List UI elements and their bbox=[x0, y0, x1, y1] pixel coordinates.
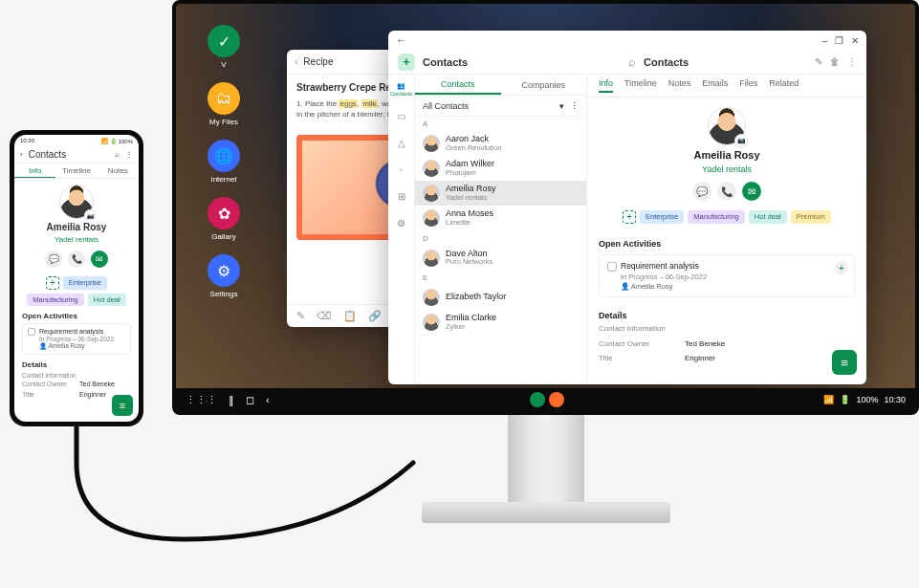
tag[interactable]: + bbox=[623, 210, 636, 224]
detail-value: Enginner bbox=[685, 354, 715, 362]
contact-name: Elizabeth Taylor bbox=[446, 293, 506, 302]
contact-company: Photojam bbox=[446, 169, 494, 177]
tag[interactable]: Enterprise bbox=[63, 276, 107, 290]
contact-company[interactable]: Yadel rentals bbox=[55, 235, 98, 244]
contacts-body: 👥Contacts▭△▫⊞⚙ ContactsCompanies All Con… bbox=[388, 75, 866, 384]
checkbox[interactable] bbox=[607, 262, 617, 272]
tag[interactable]: Hot deal bbox=[749, 210, 787, 224]
camera-icon[interactable]: 📷 bbox=[734, 134, 748, 147]
monitor: ✓V🗂My Files🌐Internet✿Gallary⚙Settings ‹ … bbox=[172, 0, 919, 459]
window-control-button[interactable]: – bbox=[821, 35, 827, 46]
action-icons: 💬📞✉ bbox=[45, 250, 108, 268]
camera-icon[interactable]: 📷 bbox=[84, 209, 96, 221]
desktop-icon[interactable]: ✿Gallary bbox=[195, 197, 252, 241]
activity-card[interactable]: Requirement analysis In Progress – 06-Se… bbox=[22, 323, 131, 355]
toolbar-icon[interactable]: ⌫ bbox=[317, 310, 332, 322]
tag[interactable]: Premium bbox=[791, 210, 831, 224]
section-letter: D bbox=[415, 231, 586, 246]
tag[interactable]: Hot deal bbox=[88, 294, 126, 306]
detail-tab[interactable]: Emails bbox=[702, 78, 728, 93]
tag[interactable]: Enterprise bbox=[640, 210, 684, 224]
contact-row[interactable]: Elizabeth Taylor bbox=[415, 285, 586, 310]
action-icon[interactable]: 💬 bbox=[45, 250, 62, 268]
rail-item[interactable]: ⚙ bbox=[393, 214, 410, 231]
activity-title: Requirement analysis bbox=[621, 261, 699, 271]
toolbar-icon[interactable]: 🔗 bbox=[368, 310, 382, 322]
caret-down-icon[interactable]: ▾ bbox=[559, 101, 564, 111]
detail-tab[interactable]: Related bbox=[769, 78, 799, 93]
taskbar-right: 📶 🔋 100% 10:30 bbox=[823, 395, 906, 404]
contact-name: Ameilia Rosy bbox=[693, 149, 759, 161]
status-right: 📶 🔋 100% bbox=[101, 138, 133, 144]
tag[interactable]: + bbox=[46, 276, 59, 290]
contact-company[interactable]: Yadel rentals bbox=[702, 164, 752, 174]
back-icon[interactable]: ← bbox=[396, 33, 407, 47]
header-action-icon[interactable]: ✎ bbox=[815, 56, 822, 67]
desktop-icon[interactable]: ⚙Settings bbox=[195, 254, 252, 298]
back-icon[interactable]: ‹ bbox=[20, 150, 23, 159]
desktop-icon[interactable]: ✓V bbox=[195, 25, 252, 69]
contact-row[interactable]: Adam WilkerPhotojam bbox=[415, 156, 586, 181]
action-icon[interactable]: 📞 bbox=[717, 182, 736, 201]
more-icon[interactable]: ⋮ bbox=[570, 101, 579, 111]
contact-company: Zylker bbox=[446, 323, 496, 331]
desktop-icon[interactable]: 🌐Internet bbox=[195, 140, 252, 184]
contact-row[interactable]: Dave AltonPuro Networks bbox=[415, 246, 586, 271]
taskbar-button[interactable]: ⋮⋮⋮ bbox=[186, 394, 217, 406]
window-controls: –❐✕ bbox=[821, 35, 859, 46]
add-activity-button[interactable]: + bbox=[835, 261, 848, 274]
detail-tab[interactable]: Files bbox=[739, 78, 757, 93]
rail-item[interactable]: ▭ bbox=[393, 107, 410, 124]
header-left-title: Contacts bbox=[423, 56, 468, 68]
detail-key: Contact Owner bbox=[22, 381, 79, 387]
back-icon[interactable]: ‹ bbox=[295, 56, 297, 67]
battery-icon: 🔋 bbox=[840, 395, 850, 404]
action-icon[interactable]: 💬 bbox=[692, 182, 711, 201]
detail-tab[interactable]: Timeline bbox=[624, 78, 657, 93]
action-icon[interactable]: ✉ bbox=[91, 250, 108, 268]
list-tab[interactable]: Contacts bbox=[415, 75, 501, 95]
header-action-icon[interactable]: 🗑 bbox=[830, 56, 840, 67]
list-tab[interactable]: Companies bbox=[501, 75, 587, 95]
desktop-icon[interactable]: 🗂My Files bbox=[195, 82, 252, 126]
taskbar-app-icon[interactable] bbox=[549, 392, 564, 407]
activity-card[interactable]: + Requirement analysis In Progress – 06-… bbox=[599, 254, 855, 297]
search-icon[interactable]: ⌕ bbox=[115, 150, 120, 159]
rail-item[interactable]: ⊞ bbox=[393, 187, 410, 205]
details-header: Details bbox=[587, 305, 866, 324]
phone-tab[interactable]: Notes bbox=[98, 163, 139, 178]
activity-title: Requirement analysis bbox=[39, 328, 103, 335]
detail-tab[interactable]: Notes bbox=[668, 78, 691, 93]
window-control-button[interactable]: ✕ bbox=[851, 35, 859, 46]
rail-item[interactable]: 👥Contacts bbox=[393, 80, 410, 98]
contact-row[interactable]: Anna MosesLimelite bbox=[415, 206, 586, 230]
app-label: Settings bbox=[210, 290, 238, 298]
phone-tab[interactable]: Info bbox=[14, 163, 55, 178]
tag[interactable]: Manufacturing bbox=[688, 210, 745, 224]
rail-item[interactable]: △ bbox=[393, 134, 410, 151]
phone-fab-button[interactable]: ≡ bbox=[112, 395, 133, 416]
tag[interactable]: Manufacturing bbox=[27, 294, 84, 306]
contact-row[interactable]: Ameilia RosyYadel rentals bbox=[415, 181, 586, 206]
search-icon[interactable]: ⌕ bbox=[628, 54, 636, 69]
contact-row[interactable]: Emilia ClarkeZylker bbox=[415, 310, 586, 335]
header-action-icon[interactable]: ⋮ bbox=[847, 56, 857, 67]
rail-item[interactable]: ▫ bbox=[393, 161, 410, 178]
action-icon[interactable]: 📞 bbox=[68, 250, 85, 268]
more-icon[interactable]: ⋮ bbox=[125, 150, 133, 159]
toolbar-icon[interactable]: 📋 bbox=[343, 310, 357, 322]
taskbar-button[interactable]: ‖ bbox=[229, 394, 234, 406]
taskbar-app-icon[interactable] bbox=[530, 392, 545, 407]
checkbox[interactable] bbox=[28, 328, 35, 336]
add-contact-button[interactable]: + bbox=[398, 54, 415, 71]
contact-row[interactable]: Aaron JackGreen Revolution bbox=[415, 131, 586, 156]
window-control-button[interactable]: ❐ bbox=[835, 35, 843, 46]
detail-tab[interactable]: Info bbox=[599, 78, 613, 93]
action-icon[interactable]: ✉ bbox=[742, 182, 761, 201]
phone-tab[interactable]: Timeline bbox=[55, 163, 97, 178]
footer-fab-button[interactable]: ≡ bbox=[832, 350, 857, 375]
toolbar-icon[interactable]: ✎ bbox=[296, 310, 305, 322]
taskbar-button[interactable]: ◻ bbox=[246, 394, 254, 406]
filter-row[interactable]: All Contacts ▾ ⋮ bbox=[415, 96, 586, 117]
contact-profile: 📷 Ameilia Rosy Yadel rentals 💬📞✉ +Enterp… bbox=[587, 98, 866, 233]
